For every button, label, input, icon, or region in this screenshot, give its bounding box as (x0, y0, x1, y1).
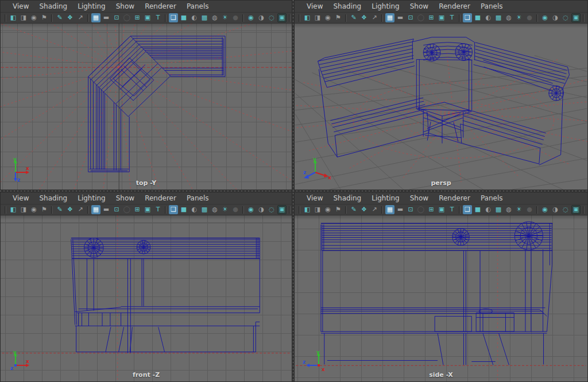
menu-renderer[interactable]: Renderer (434, 192, 475, 204)
menu-panels[interactable]: Panels (181, 1, 214, 12)
shaded-mode-icon[interactable]: ■ (473, 205, 482, 214)
safe-action-icon[interactable]: ▣ (437, 13, 446, 22)
menu-view[interactable]: View (301, 192, 328, 204)
wireframe-on-shaded-icon[interactable]: ◐ (483, 205, 493, 214)
menu-view[interactable]: View (7, 192, 34, 204)
menu-panels[interactable]: Panels (181, 192, 214, 204)
screen-space-ao-icon[interactable]: ● (231, 13, 240, 22)
viewport-canvas-persp[interactable]: y x z persp (295, 24, 587, 190)
menu-renderer[interactable]: Renderer (434, 1, 475, 12)
film-gate-icon[interactable]: ▬ (396, 13, 405, 22)
menu-renderer[interactable]: Renderer (140, 1, 181, 12)
menu-show[interactable]: Show (111, 1, 140, 12)
camera-select-icon[interactable]: ◧ (9, 205, 18, 214)
textured-mode-icon[interactable]: ▩ (494, 13, 503, 22)
menu-panels[interactable]: Panels (475, 1, 508, 12)
resolution-gate-icon[interactable]: ⊡ (112, 205, 121, 214)
viewport-canvas-top[interactable]: y x z top -Y (1, 24, 292, 190)
menu-shading[interactable]: Shading (34, 1, 72, 12)
wireframe-on-shaded-icon[interactable]: ◐ (189, 205, 199, 214)
selection-highlight-icon[interactable]: ↖ (587, 13, 587, 22)
multisample-aa-icon[interactable]: ◌ (267, 205, 276, 214)
grid-toggle-icon[interactable]: ▦ (385, 13, 394, 22)
use-all-lights-icon[interactable]: ◍ (504, 205, 513, 214)
menu-lighting[interactable]: Lighting (72, 192, 111, 204)
camera-lock-icon[interactable]: ◨ (313, 13, 322, 22)
grid-toggle-icon[interactable]: ▦ (91, 205, 100, 214)
camera-attributes-icon[interactable]: ◉ (323, 205, 332, 214)
shadows-icon[interactable]: ☀ (220, 205, 230, 214)
camera-attributes-icon[interactable]: ◉ (29, 13, 38, 22)
motion-blur-icon[interactable]: ◑ (257, 13, 266, 22)
menu-lighting[interactable]: Lighting (366, 192, 405, 204)
camera-lock-icon[interactable]: ◨ (19, 205, 28, 214)
camera-attributes-icon[interactable]: ◉ (29, 205, 38, 214)
grease-pencil-icon[interactable]: ✎ (55, 205, 64, 214)
menu-lighting[interactable]: Lighting (72, 1, 111, 12)
wireframe-mode-icon[interactable]: ❑ (169, 13, 178, 22)
shadows-icon[interactable]: ☀ (514, 13, 524, 22)
grease-pencil-icon[interactable]: ✎ (55, 13, 64, 22)
gate-mask-icon[interactable]: ◯ (122, 13, 131, 22)
resolution-gate-icon[interactable]: ⊡ (112, 13, 121, 22)
fog-icon[interactable]: ◉ (246, 205, 256, 214)
isolate-select-icon[interactable]: ▣ (277, 13, 287, 22)
safe-title-icon[interactable]: T (153, 205, 163, 214)
menu-renderer[interactable]: Renderer (140, 192, 181, 204)
camera-select-icon[interactable]: ◧ (303, 13, 312, 22)
shaded-mode-icon[interactable]: ■ (179, 205, 188, 214)
grid-toggle-icon[interactable]: ▦ (91, 13, 100, 22)
viewport-canvas-side[interactable]: y z x side -X (295, 215, 587, 381)
fog-icon[interactable]: ◉ (246, 13, 256, 22)
camera-dolly-icon[interactable]: ↗ (76, 205, 85, 214)
camera-dolly-icon[interactable]: ↗ (370, 205, 379, 214)
field-chart-icon[interactable]: ⊞ (133, 13, 142, 22)
menu-view[interactable]: View (7, 1, 34, 12)
selection-highlight-icon[interactable]: ↖ (587, 205, 587, 214)
safe-title-icon[interactable]: T (447, 205, 457, 214)
viewport-canvas-front[interactable]: y x z front -Z (1, 215, 292, 381)
menu-view[interactable]: View (301, 1, 328, 12)
textured-mode-icon[interactable]: ▩ (200, 205, 209, 214)
field-chart-icon[interactable]: ⊞ (133, 205, 142, 214)
multisample-aa-icon[interactable]: ◌ (561, 13, 570, 22)
fog-icon[interactable]: ◉ (540, 13, 550, 22)
motion-blur-icon[interactable]: ◑ (551, 205, 560, 214)
camera-dolly-icon[interactable]: ↗ (76, 13, 85, 22)
use-all-lights-icon[interactable]: ◍ (210, 13, 219, 22)
bookmark-icon[interactable]: ⚑ (40, 205, 49, 214)
multisample-aa-icon[interactable]: ◌ (561, 205, 570, 214)
safe-action-icon[interactable]: ▣ (437, 205, 446, 214)
menu-shading[interactable]: Shading (34, 192, 72, 204)
menu-lighting[interactable]: Lighting (366, 1, 405, 12)
screen-space-ao-icon[interactable]: ● (525, 205, 534, 214)
camera-lock-icon[interactable]: ◨ (19, 13, 28, 22)
textured-mode-icon[interactable]: ▩ (494, 205, 503, 214)
gate-mask-icon[interactable]: ◯ (122, 205, 131, 214)
camera-dolly-icon[interactable]: ↗ (370, 13, 379, 22)
menu-show[interactable]: Show (111, 192, 140, 204)
resolution-gate-icon[interactable]: ⊡ (406, 13, 415, 22)
safe-title-icon[interactable]: T (447, 13, 457, 22)
field-chart-icon[interactable]: ⊞ (427, 13, 436, 22)
grid-toggle-icon[interactable]: ▦ (385, 205, 394, 214)
grease-pencil-icon[interactable]: ✎ (349, 205, 358, 214)
menu-show[interactable]: Show (405, 1, 434, 12)
screen-space-ao-icon[interactable]: ● (231, 205, 240, 214)
wireframe-on-shaded-icon[interactable]: ◐ (189, 13, 199, 22)
safe-title-icon[interactable]: T (153, 13, 163, 22)
grease-pencil-icon[interactable]: ✎ (349, 13, 358, 22)
camera-select-icon[interactable]: ◧ (9, 13, 18, 22)
camera-track-icon[interactable]: ❖ (359, 13, 369, 22)
menu-shading[interactable]: Shading (328, 192, 366, 204)
textured-mode-icon[interactable]: ▩ (200, 13, 209, 22)
camera-track-icon[interactable]: ❖ (65, 205, 75, 214)
camera-lock-icon[interactable]: ◨ (313, 205, 322, 214)
safe-action-icon[interactable]: ▣ (143, 205, 152, 214)
screen-space-ao-icon[interactable]: ● (525, 13, 534, 22)
resolution-gate-icon[interactable]: ⊡ (406, 205, 415, 214)
film-gate-icon[interactable]: ▬ (396, 205, 405, 214)
bookmark-icon[interactable]: ⚑ (40, 13, 49, 22)
camera-attributes-icon[interactable]: ◉ (323, 13, 332, 22)
film-gate-icon[interactable]: ▬ (102, 13, 111, 22)
